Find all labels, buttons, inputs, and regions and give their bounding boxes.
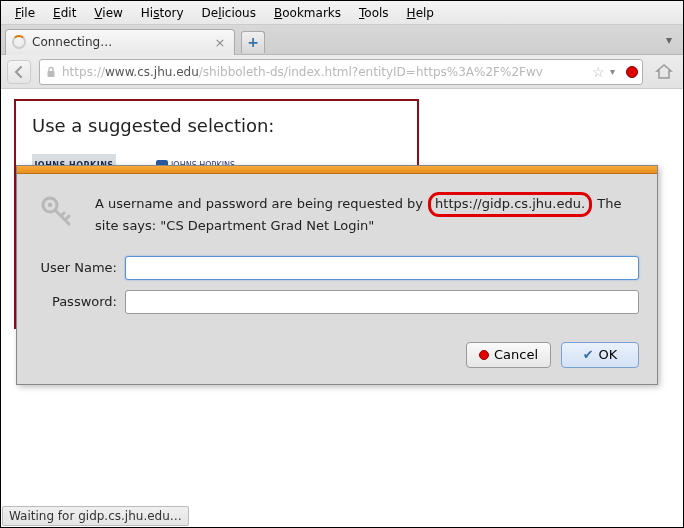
- back-arrow-icon: [12, 65, 26, 79]
- ok-check-icon: ✔: [583, 347, 594, 362]
- auth-dialog: A username and password are being reques…: [16, 165, 658, 385]
- tab-overflow-button[interactable]: ▾: [661, 32, 677, 48]
- suggested-title: Use a suggested selection:: [32, 115, 401, 136]
- page-content: Use a suggested selection: JOHNS HOPKINS…: [2, 91, 682, 505]
- spinner-icon: [12, 35, 26, 49]
- status-text: Waiting for gidp.cs.jhu.edu…: [9, 509, 182, 523]
- lock-icon: [44, 65, 58, 79]
- svg-point-2: [48, 203, 52, 207]
- dialog-titlebar: [17, 166, 657, 174]
- bookmark-star-icon[interactable]: ☆: [592, 64, 608, 80]
- tab-bar: Connecting… × + ▾: [1, 25, 683, 55]
- dialog-body: A username and password are being reques…: [17, 174, 657, 384]
- key-icon: [35, 190, 79, 234]
- menu-edit[interactable]: Edit: [45, 4, 84, 22]
- menu-history[interactable]: History: [133, 4, 192, 22]
- password-label: Password:: [35, 294, 125, 309]
- menu-bar: File Edit View History Delicious Bookmar…: [1, 1, 683, 25]
- highlighted-host: https://gidp.cs.jhu.edu.: [428, 192, 592, 217]
- menu-view[interactable]: View: [86, 4, 130, 22]
- browser-window: File Edit View History Delicious Bookmar…: [0, 0, 684, 528]
- menu-file[interactable]: File: [7, 4, 43, 22]
- record-indicator-icon: [626, 66, 638, 78]
- tab-close-button[interactable]: ×: [212, 34, 228, 50]
- nav-bar: https://www.cs.jhu.edu/shibboleth-ds/ind…: [1, 55, 683, 89]
- cancel-dot-icon: [479, 350, 489, 360]
- menu-tools[interactable]: Tools: [351, 4, 397, 22]
- url-dropdown-icon[interactable]: ▾: [610, 66, 624, 77]
- tab-active[interactable]: Connecting… ×: [5, 29, 235, 55]
- menu-bookmarks[interactable]: Bookmarks: [266, 4, 349, 22]
- cancel-button[interactable]: Cancel: [466, 342, 551, 368]
- new-tab-button[interactable]: +: [241, 31, 265, 53]
- password-input[interactable]: [125, 290, 639, 314]
- ok-button[interactable]: ✔ OK: [561, 342, 639, 368]
- back-button[interactable]: [7, 60, 31, 84]
- username-input[interactable]: [125, 256, 639, 280]
- menu-help[interactable]: Help: [399, 4, 442, 22]
- menu-delicious[interactable]: Delicious: [194, 4, 264, 22]
- username-label: User Name:: [35, 260, 125, 275]
- url-text: https://www.cs.jhu.edu/shibboleth-ds/ind…: [62, 65, 590, 79]
- url-bar[interactable]: https://www.cs.jhu.edu/shibboleth-ds/ind…: [39, 59, 643, 85]
- svg-rect-0: [48, 71, 55, 77]
- home-button[interactable]: [651, 59, 677, 85]
- tab-title: Connecting…: [32, 35, 212, 49]
- dialog-message: A username and password are being reques…: [95, 190, 639, 236]
- status-bar: Waiting for gidp.cs.jhu.edu…: [2, 506, 189, 526]
